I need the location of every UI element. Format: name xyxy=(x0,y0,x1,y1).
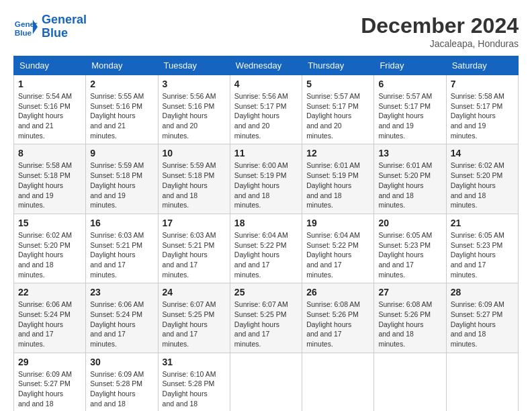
calendar-cell: 1 Sunrise: 5:54 AMSunset: 5:16 PMDayligh… xyxy=(14,75,86,144)
col-friday: Friday xyxy=(374,56,446,75)
day-info: Sunrise: 6:05 AMSunset: 5:23 PMDaylight … xyxy=(451,231,504,279)
col-tuesday: Tuesday xyxy=(158,56,230,75)
day-number: 3 xyxy=(163,79,226,89)
day-info: Sunrise: 6:04 AMSunset: 5:22 PMDaylight … xyxy=(234,231,288,279)
day-info: Sunrise: 6:10 AMSunset: 5:28 PMDaylight … xyxy=(163,370,216,411)
day-number: 15 xyxy=(18,218,81,228)
day-number: 10 xyxy=(163,148,226,158)
day-info: Sunrise: 5:54 AMSunset: 5:16 PMDaylight … xyxy=(18,92,72,140)
col-thursday: Thursday xyxy=(302,56,374,75)
calendar-cell: 13 Sunrise: 6:01 AMSunset: 5:20 PMDaylig… xyxy=(374,144,446,214)
day-info: Sunrise: 6:04 AMSunset: 5:22 PMDaylight … xyxy=(306,231,360,279)
calendar-cell: 28 Sunrise: 6:09 AMSunset: 5:27 PMDaylig… xyxy=(446,283,518,353)
calendar-cell: 5 Sunrise: 5:57 AMSunset: 5:17 PMDayligh… xyxy=(302,75,374,144)
day-info: Sunrise: 5:57 AMSunset: 5:17 PMDaylight … xyxy=(306,92,360,140)
calendar-row: 15 Sunrise: 6:02 AMSunset: 5:20 PMDaylig… xyxy=(14,214,519,283)
col-sunday: Sunday xyxy=(14,56,86,75)
calendar-cell: 17 Sunrise: 6:03 AMSunset: 5:21 PMDaylig… xyxy=(158,214,230,283)
day-number: 6 xyxy=(378,79,441,89)
day-info: Sunrise: 6:08 AMSunset: 5:26 PMDaylight … xyxy=(306,300,360,348)
day-info: Sunrise: 6:08 AMSunset: 5:26 PMDaylight … xyxy=(378,300,432,348)
calendar-cell: 11 Sunrise: 6:00 AMSunset: 5:19 PMDaylig… xyxy=(230,144,302,214)
day-info: Sunrise: 6:09 AMSunset: 5:28 PMDaylight … xyxy=(90,370,144,411)
calendar-cell: 2 Sunrise: 5:55 AMSunset: 5:16 PMDayligh… xyxy=(86,75,158,144)
day-info: Sunrise: 6:07 AMSunset: 5:25 PMDaylight … xyxy=(234,300,288,348)
calendar-cell: 14 Sunrise: 6:02 AMSunset: 5:20 PMDaylig… xyxy=(446,144,518,214)
day-number: 19 xyxy=(306,218,369,228)
col-monday: Monday xyxy=(86,56,158,75)
day-number: 17 xyxy=(163,218,226,228)
calendar-cell: 22 Sunrise: 6:06 AMSunset: 5:24 PMDaylig… xyxy=(14,283,86,353)
calendar-row: 8 Sunrise: 5:58 AMSunset: 5:18 PMDayligh… xyxy=(14,144,519,214)
day-number: 27 xyxy=(378,287,441,298)
svg-text:Blue: Blue xyxy=(15,28,32,36)
day-number: 29 xyxy=(18,357,81,367)
day-number: 13 xyxy=(378,148,441,158)
location: Jacaleapa, Honduras xyxy=(361,38,519,49)
day-info: Sunrise: 6:06 AMSunset: 5:24 PMDaylight … xyxy=(90,300,144,348)
day-number: 31 xyxy=(163,357,226,367)
calendar-cell: 18 Sunrise: 6:04 AMSunset: 5:22 PMDaylig… xyxy=(230,214,302,283)
col-wednesday: Wednesday xyxy=(230,56,302,75)
day-info: Sunrise: 6:09 AMSunset: 5:27 PMDaylight … xyxy=(18,370,72,411)
calendar-row: 1 Sunrise: 5:54 AMSunset: 5:16 PMDayligh… xyxy=(14,75,519,144)
calendar-cell: 31 Sunrise: 6:10 AMSunset: 5:28 PMDaylig… xyxy=(158,353,230,411)
day-info: Sunrise: 6:03 AMSunset: 5:21 PMDaylight … xyxy=(163,231,216,279)
calendar-cell: 15 Sunrise: 6:02 AMSunset: 5:20 PMDaylig… xyxy=(14,214,86,283)
calendar-cell: 21 Sunrise: 6:05 AMSunset: 5:23 PMDaylig… xyxy=(446,214,518,283)
day-info: Sunrise: 5:56 AMSunset: 5:17 PMDaylight … xyxy=(234,92,288,140)
day-number: 25 xyxy=(234,287,298,298)
day-number: 23 xyxy=(90,287,153,298)
calendar-cell: 19 Sunrise: 6:04 AMSunset: 5:22 PMDaylig… xyxy=(302,214,374,283)
calendar-cell: 7 Sunrise: 5:58 AMSunset: 5:17 PMDayligh… xyxy=(446,75,518,144)
header-row: Sunday Monday Tuesday Wednesday Thursday… xyxy=(14,56,519,75)
title-section: December 2024 Jacaleapa, Honduras xyxy=(361,13,519,49)
day-number: 16 xyxy=(90,218,153,228)
calendar-cell xyxy=(230,353,302,411)
day-info: Sunrise: 5:56 AMSunset: 5:16 PMDaylight … xyxy=(163,92,216,140)
day-number: 21 xyxy=(451,218,514,228)
calendar-table: Sunday Monday Tuesday Wednesday Thursday… xyxy=(13,56,519,411)
day-number: 28 xyxy=(451,287,514,298)
calendar-cell: 25 Sunrise: 6:07 AMSunset: 5:25 PMDaylig… xyxy=(230,283,302,353)
day-info: Sunrise: 6:03 AMSunset: 5:21 PMDaylight … xyxy=(90,231,144,279)
day-number: 18 xyxy=(234,218,298,228)
calendar-cell xyxy=(446,353,518,411)
calendar-row: 29 Sunrise: 6:09 AMSunset: 5:27 PMDaylig… xyxy=(14,353,519,411)
logo: General Blue General Blue xyxy=(13,13,87,40)
day-number: 4 xyxy=(234,79,298,89)
month-title: December 2024 xyxy=(361,13,519,38)
day-info: Sunrise: 5:57 AMSunset: 5:17 PMDaylight … xyxy=(378,92,432,140)
calendar-cell: 23 Sunrise: 6:06 AMSunset: 5:24 PMDaylig… xyxy=(86,283,158,353)
day-info: Sunrise: 6:09 AMSunset: 5:27 PMDaylight … xyxy=(451,300,504,348)
day-number: 5 xyxy=(306,79,369,89)
calendar-cell xyxy=(374,353,446,411)
day-info: Sunrise: 6:02 AMSunset: 5:20 PMDaylight … xyxy=(451,161,504,209)
day-info: Sunrise: 5:55 AMSunset: 5:16 PMDaylight … xyxy=(90,92,144,140)
day-info: Sunrise: 5:59 AMSunset: 5:18 PMDaylight … xyxy=(163,161,216,209)
day-info: Sunrise: 6:01 AMSunset: 5:20 PMDaylight … xyxy=(378,161,432,209)
day-number: 9 xyxy=(90,148,153,158)
calendar-cell: 20 Sunrise: 6:05 AMSunset: 5:23 PMDaylig… xyxy=(374,214,446,283)
day-info: Sunrise: 5:59 AMSunset: 5:18 PMDaylight … xyxy=(90,161,144,209)
day-info: Sunrise: 5:58 AMSunset: 5:18 PMDaylight … xyxy=(18,161,72,209)
day-number: 7 xyxy=(451,79,514,89)
calendar-cell: 10 Sunrise: 5:59 AMSunset: 5:18 PMDaylig… xyxy=(158,144,230,214)
calendar-cell: 16 Sunrise: 6:03 AMSunset: 5:21 PMDaylig… xyxy=(86,214,158,283)
logo-line2: Blue xyxy=(42,26,68,40)
day-number: 24 xyxy=(163,287,226,298)
day-number: 1 xyxy=(18,79,81,89)
day-number: 30 xyxy=(90,357,153,367)
calendar-cell: 6 Sunrise: 5:57 AMSunset: 5:17 PMDayligh… xyxy=(374,75,446,144)
day-info: Sunrise: 6:02 AMSunset: 5:20 PMDaylight … xyxy=(18,231,72,279)
calendar-cell: 3 Sunrise: 5:56 AMSunset: 5:16 PMDayligh… xyxy=(158,75,230,144)
day-number: 20 xyxy=(378,218,441,228)
day-info: Sunrise: 6:01 AMSunset: 5:19 PMDaylight … xyxy=(306,161,360,209)
logo-icon: General Blue xyxy=(13,15,38,39)
calendar-cell: 12 Sunrise: 6:01 AMSunset: 5:19 PMDaylig… xyxy=(302,144,374,214)
day-number: 8 xyxy=(18,148,81,158)
day-info: Sunrise: 6:06 AMSunset: 5:24 PMDaylight … xyxy=(18,300,72,348)
calendar-cell: 27 Sunrise: 6:08 AMSunset: 5:26 PMDaylig… xyxy=(374,283,446,353)
logo-line1: General xyxy=(42,13,87,26)
day-info: Sunrise: 6:05 AMSunset: 5:23 PMDaylight … xyxy=(378,231,432,279)
